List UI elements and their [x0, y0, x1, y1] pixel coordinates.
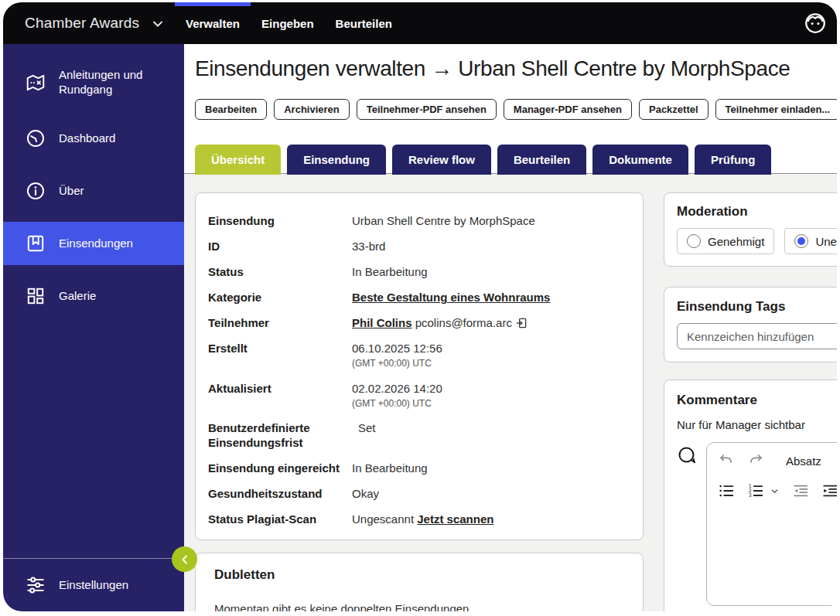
sidebar-item-dashboard[interactable]: Dashboard: [3, 117, 184, 160]
field-label: Status Plagiat-Scan: [208, 512, 352, 526]
field-label: Einsendung: [208, 213, 352, 228]
sidebar-item-label: Anleitungen und Rundgang: [59, 68, 163, 97]
field-timezone-note: (GMT +00:00) UTC: [352, 358, 632, 369]
action-button[interactable]: Packzettel: [639, 99, 709, 120]
field-value: Ungescannt: [352, 512, 414, 526]
top-bar: Chamber Awards Verwalten Eingeben Beurte…: [3, 2, 837, 44]
duplicates-empty-text: Momentan gibt es keine doppelten Einsend…: [214, 602, 624, 611]
sidebar-collapse-button[interactable]: [172, 546, 197, 572]
page-header: Einsendungen verwalten → Urban Shell Cen…: [184, 44, 837, 174]
numbered-list-icon[interactable]: [747, 482, 764, 499]
undo-icon[interactable]: [718, 452, 735, 469]
comment-bubble-icon: [677, 445, 697, 465]
field-row: Kategorie Beste Gestaltung eines Wohnrau…: [208, 290, 632, 305]
field-link[interactable]: Phil Colins: [352, 316, 412, 329]
field-label: Teilnehmer: [208, 315, 352, 330]
moderation-option-unentschieden[interactable]: Unentschieden: [784, 228, 837, 254]
duplicates-card: Dubletten Momentan gibt es keine doppelt…: [195, 553, 644, 611]
editor-toolbar-row-1: Absatz: [718, 452, 837, 469]
indent-icon[interactable]: [821, 482, 837, 499]
action-button[interactable]: Archivieren: [274, 99, 350, 120]
map-icon: [26, 73, 46, 93]
grid-icon: [26, 286, 46, 306]
sidebar-item-label: Dashboard: [59, 131, 115, 146]
field-value: Urban Shell Centre by MorphSpace: [352, 214, 535, 227]
user-avatar-icon[interactable]: [804, 12, 827, 35]
comment-editor[interactable]: Absatz: [706, 442, 837, 606]
field-row: Status In Bearbeitung: [208, 264, 632, 279]
field-value: 02.02.2026 14:20: [352, 382, 442, 395]
list-style-chevron-icon[interactable]: [770, 486, 780, 496]
sidebar-item-settings[interactable]: Einstellungen: [3, 558, 184, 611]
content-tab-übersicht[interactable]: Übersicht: [195, 145, 281, 175]
sidebar-item-entries[interactable]: Einsendungen: [3, 222, 184, 265]
action-button[interactable]: Teilnehmer einladen...: [715, 99, 837, 120]
sliders-icon: [26, 575, 46, 595]
top-navigation: Verwalten Eingeben Beurteilen: [175, 2, 403, 44]
field-label: Status: [208, 264, 352, 279]
field-value: 33-brd: [352, 240, 385, 253]
chevron-left-icon: [178, 553, 192, 567]
impersonate-icon[interactable]: [515, 317, 528, 329]
chevron-down-icon: [150, 16, 166, 32]
sidebar-item-gallery[interactable]: Galerie: [3, 274, 184, 318]
field-value-cell: Ungescannt Jetzt scannen: [352, 512, 632, 526]
radio-icon: [794, 234, 808, 248]
overview-card: Einsendung Urban Shell Centre by MorphSp…: [195, 192, 644, 540]
sidebar-item-label: Galerie: [59, 289, 96, 304]
field-row: Aktualisiert 02.02.2026 14:20(GMT +00:00…: [208, 381, 632, 410]
field-value: 06.10.2025 12:56: [352, 342, 442, 355]
brand-switcher[interactable]: Chamber Awards: [3, 15, 166, 32]
content-tab-dokumente[interactable]: Dokumente: [592, 145, 688, 175]
field-row: Benutzerdefinierte Einsendungsfrist Set: [208, 420, 632, 450]
sidebar-item-about[interactable]: Über: [3, 169, 184, 213]
action-button[interactable]: Teilnehmer-PDF ansehen: [357, 99, 497, 120]
field-value-cell: Phil Colins pcolins@forma.arc: [352, 315, 632, 330]
moderation-card: Moderation Genehmigt Unentschieden: [664, 192, 837, 267]
action-button[interactable]: Bearbeiten: [195, 99, 267, 120]
bullet-list-icon[interactable]: [718, 482, 735, 499]
tags-card: Einsendung Tags: [664, 287, 837, 362]
sidebar: Anleitungen und Rundgang Dashboard Über …: [3, 44, 184, 611]
sidebar-item-label: Über: [59, 184, 84, 199]
field-label: Kategorie: [208, 290, 352, 305]
sidebar-item-guides[interactable]: Anleitungen und Rundgang: [3, 58, 184, 107]
redo-icon[interactable]: [747, 452, 764, 469]
content-tab-beurteilen[interactable]: Beurteilen: [497, 145, 586, 175]
comments-visibility-note: Nur für Manager sichtbar: [677, 418, 837, 431]
field-action-link[interactable]: Jetzt scannen: [417, 512, 493, 526]
page-title: Einsendungen verwalten → Urban Shell Cen…: [195, 56, 790, 81]
action-button[interactable]: Manager-PDF ansehen: [504, 99, 632, 120]
paragraph-format-dropdown[interactable]: Absatz: [786, 454, 821, 468]
field-value-cell: In Bearbeitung: [352, 461, 632, 475]
outdent-icon[interactable]: [792, 482, 809, 499]
field-label: Erstellt: [208, 341, 352, 369]
content-tab-einsendung[interactable]: Einsendung: [287, 145, 386, 175]
field-timezone-note: (GMT +00:00) UTC: [352, 398, 632, 410]
field-label: ID: [208, 239, 352, 254]
field-label: Benutzerdefinierte Einsendungsfrist: [208, 420, 352, 450]
editor-toolbar-row-2: [718, 482, 837, 499]
content-tab-prüfung[interactable]: Prüfung: [695, 145, 772, 175]
field-label: Einsendung eingereicht: [208, 461, 352, 475]
moderation-option-genehmigt[interactable]: Genehmigt: [677, 228, 774, 254]
moderation-options: Genehmigt Unentschieden: [677, 228, 837, 254]
content-tab-review-flow[interactable]: Review flow: [392, 145, 491, 175]
field-label: Aktualisiert: [208, 381, 352, 410]
comments-title: Kommentare: [677, 393, 837, 408]
topbar-tab-verwalten[interactable]: Verwalten: [175, 2, 251, 44]
field-row: Einsendung Urban Shell Centre by MorphSp…: [208, 213, 632, 228]
field-value-cell: Beste Gestaltung eines Wohnraums: [352, 290, 632, 305]
topbar-tab-eingeben[interactable]: Eingeben: [251, 2, 325, 44]
comments-card: Kommentare Nur für Manager sichtbar Absa…: [664, 379, 837, 611]
field-value-cell: Set: [352, 420, 632, 450]
moderation-title: Moderation: [677, 204, 837, 220]
sidebar-item-label: Einstellungen: [59, 578, 128, 593]
field-extra-text: pcolins@forma.arc: [412, 316, 516, 329]
field-value-cell: 02.02.2026 14:20(GMT +00:00) UTC: [352, 381, 632, 410]
tags-input[interactable]: [677, 323, 837, 349]
topbar-tab-beurteilen[interactable]: Beurteilen: [325, 2, 403, 44]
brand-name: Chamber Awards: [25, 15, 139, 32]
field-link[interactable]: Beste Gestaltung eines Wohnraums: [352, 291, 550, 304]
sidebar-item-label: Einsendungen: [59, 237, 133, 251]
